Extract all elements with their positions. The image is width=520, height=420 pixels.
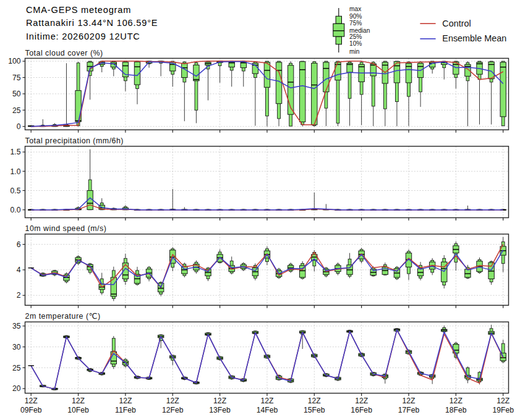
svg-text:2m temperature (℃): 2m temperature (℃) — [25, 312, 101, 321]
svg-text:12Z: 12Z — [119, 397, 132, 405]
svg-text:19Feb: 19Feb — [492, 406, 514, 414]
svg-text:16Feb: 16Feb — [351, 406, 372, 414]
svg-text:20: 20 — [12, 384, 21, 393]
svg-text:12Z: 12Z — [402, 397, 416, 405]
svg-text:Total precipitation (mm/6h): Total precipitation (mm/6h) — [25, 136, 124, 145]
svg-text:12Feb: 12Feb — [162, 406, 184, 414]
svg-text:11Feb: 11Feb — [115, 406, 136, 414]
svg-text:12Z: 12Z — [308, 397, 322, 405]
svg-text:12Z: 12Z — [213, 397, 227, 405]
svg-text:17Feb: 17Feb — [398, 406, 420, 414]
svg-text:max: max — [349, 6, 361, 12]
svg-text:12Z: 12Z — [497, 397, 510, 405]
svg-text:12Z: 12Z — [260, 397, 274, 405]
svg-text:10%: 10% — [349, 40, 362, 47]
svg-text:15Feb: 15Feb — [304, 406, 325, 414]
svg-text:18Feb: 18Feb — [445, 406, 467, 414]
svg-text:Initime: 20260209 12UTC: Initime: 20260209 12UTC — [26, 32, 140, 41]
svg-text:Ensemble Mean: Ensemble Mean — [442, 33, 506, 43]
svg-text:25: 25 — [12, 106, 21, 115]
svg-text:0.5: 0.5 — [11, 187, 21, 195]
svg-text:1.5: 1.5 — [11, 148, 21, 156]
svg-text:14Feb: 14Feb — [257, 406, 278, 414]
svg-text:30: 30 — [12, 343, 21, 351]
svg-text:10m wind speed (m/s): 10m wind speed (m/s) — [25, 224, 107, 233]
svg-text:12Z: 12Z — [355, 397, 369, 405]
svg-text:10Feb: 10Feb — [67, 406, 89, 414]
svg-text:13Feb: 13Feb — [209, 406, 231, 414]
svg-text:100: 100 — [8, 57, 21, 65]
svg-text:0: 0 — [17, 122, 21, 131]
svg-text:12Z: 12Z — [25, 397, 38, 405]
svg-text:0.0: 0.0 — [11, 206, 21, 214]
svg-text:12Z: 12Z — [450, 397, 463, 405]
svg-text:2: 2 — [17, 291, 21, 300]
svg-text:75: 75 — [12, 74, 21, 82]
svg-text:1.0: 1.0 — [11, 167, 21, 176]
svg-text:35: 35 — [12, 322, 21, 330]
svg-text:09Feb: 09Feb — [20, 406, 42, 414]
svg-text:Total cloud cover (%): Total cloud cover (%) — [25, 49, 103, 57]
svg-text:12Z: 12Z — [166, 397, 180, 405]
svg-text:50: 50 — [12, 90, 21, 98]
svg-text:4: 4 — [17, 266, 21, 274]
svg-text:25%: 25% — [349, 33, 362, 40]
svg-text:CMA-GEPS meteogram: CMA-GEPS meteogram — [26, 5, 131, 15]
svg-text:6: 6 — [17, 240, 21, 249]
svg-text:Rattanakiri 13.44°N 106.59°E: Rattanakiri 13.44°N 106.59°E — [26, 18, 158, 28]
svg-text:25: 25 — [12, 364, 21, 372]
svg-text:12Z: 12Z — [72, 397, 85, 405]
svg-text:75%: 75% — [349, 20, 362, 27]
svg-text:min: min — [349, 48, 359, 55]
svg-text:Control: Control — [442, 19, 471, 28]
